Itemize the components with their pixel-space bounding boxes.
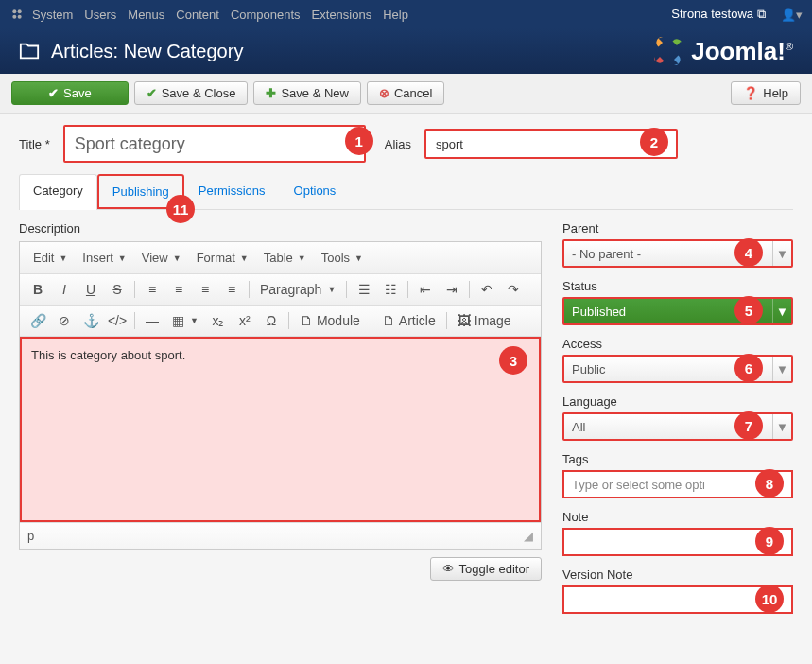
outdent-button[interactable]: ⇤ <box>413 278 438 301</box>
description-label: Description <box>19 221 542 236</box>
title-row: Title * 1 Alias 2 <box>19 125 793 163</box>
insert-article-button[interactable]: 🗋 Article <box>376 309 441 332</box>
menu-help[interactable]: Help <box>383 8 408 22</box>
editor-statusbar: p ◢ <box>20 522 541 549</box>
editor-toolbar-2: 🔗 ⊘ ⚓ </> — ▦▼ x₂ x² Ω 🗋 Module 🗋 Articl… <box>20 306 541 337</box>
table-button[interactable]: ▦▼ <box>166 309 204 332</box>
element-path: p <box>27 529 34 543</box>
external-link-icon: ⧉ <box>757 7 766 21</box>
toolbar: ✔Save ✔Save & Close ✚Save & New ⊗Cancel … <box>0 74 812 114</box>
page-title: Articles: New Category <box>51 41 243 62</box>
insert-module-button[interactable]: 🗋 Module <box>294 309 366 332</box>
editor-menu-tools[interactable]: Tools▼ <box>316 248 369 268</box>
check-icon: ✔ <box>48 86 59 100</box>
tab-options[interactable]: Options <box>280 174 351 209</box>
bold-button[interactable]: B <box>26 278 50 301</box>
editor-menu-edit[interactable]: Edit▼ <box>27 248 73 268</box>
redo-button[interactable]: ↷ <box>501 278 526 301</box>
strike-button[interactable]: S <box>105 278 130 301</box>
chevron-down-icon: ▼ <box>354 253 363 263</box>
align-right-button[interactable]: ≡ <box>193 278 217 301</box>
status-label: Status <box>562 279 793 293</box>
svg-point-2 <box>12 15 16 19</box>
help-icon: ❓ <box>743 86 758 100</box>
chevron-down-icon: ▼ <box>173 253 181 263</box>
version-note-label: Version Note <box>562 568 793 582</box>
number-list-button[interactable]: ☷ <box>378 278 403 301</box>
align-center-button[interactable]: ≡ <box>166 278 191 301</box>
title-label: Title * <box>19 137 50 151</box>
annotation-10: 10 <box>755 585 784 613</box>
language-label: Language <box>562 394 793 409</box>
underline-button[interactable]: U <box>78 278 103 301</box>
link-button[interactable]: 🔗 <box>26 309 50 332</box>
chevron-down-icon: ▼ <box>772 414 791 439</box>
folder-icon <box>19 41 40 61</box>
check-icon: ✔ <box>147 86 157 100</box>
editor-content[interactable]: This is category about sport. 3 <box>20 337 541 522</box>
code-button[interactable]: </> <box>105 309 130 332</box>
cancel-button[interactable]: ⊗Cancel <box>367 81 444 105</box>
editor-menubar: Edit▼ Insert▼ View▼ Format▼ Table▼ Tools… <box>20 242 541 274</box>
chevron-down-icon: ▼ <box>59 253 67 263</box>
unlink-button[interactable]: ⊘ <box>52 309 77 332</box>
user-menu-icon[interactable]: 👤▾ <box>781 8 803 22</box>
cancel-icon: ⊗ <box>379 86 389 100</box>
annotation-9: 9 <box>755 527 784 555</box>
undo-button[interactable]: ↶ <box>475 278 499 301</box>
editor-menu-format[interactable]: Format▼ <box>191 248 254 268</box>
tab-category[interactable]: Category <box>19 174 97 210</box>
special-char-button[interactable]: Ω <box>259 309 284 332</box>
chevron-down-icon: ▼ <box>327 285 336 294</box>
italic-button[interactable]: I <box>52 278 77 301</box>
save-button[interactable]: ✔Save <box>11 81 129 105</box>
tags-label: Tags <box>562 452 793 466</box>
parent-label: Parent <box>562 221 793 236</box>
chevron-down-icon: ▼ <box>190 316 199 325</box>
menu-components[interactable]: Components <box>231 8 301 22</box>
save-new-button[interactable]: ✚Save & New <box>253 81 361 105</box>
right-column: Parent - No parent -▼ 4 Status Published… <box>562 221 793 625</box>
menu-system[interactable]: System <box>32 8 73 22</box>
align-left-button[interactable]: ≡ <box>140 278 164 301</box>
editor-menu-table[interactable]: Table▼ <box>258 248 312 268</box>
hr-button[interactable]: — <box>140 309 164 332</box>
editor-menu-insert[interactable]: Insert▼ <box>77 248 131 268</box>
menu-content[interactable]: Content <box>176 8 219 22</box>
superscript-button[interactable]: x² <box>233 309 257 332</box>
annotation-8: 8 <box>755 469 784 498</box>
help-button[interactable]: ❓Help <box>731 81 801 105</box>
save-close-button[interactable]: ✔Save & Close <box>134 81 249 105</box>
title-input[interactable] <box>63 125 366 163</box>
menu-users[interactable]: Users <box>84 8 116 22</box>
annotation-11: 11 <box>166 195 195 223</box>
chevron-down-icon: ▼ <box>118 253 127 263</box>
toggle-editor-button[interactable]: 👁Toggle editor <box>430 557 542 581</box>
annotation-7: 7 <box>734 411 763 440</box>
chevron-down-icon: ▼ <box>772 299 791 323</box>
annotation-3: 3 <box>499 346 527 375</box>
eye-icon: 👁 <box>442 562 455 576</box>
insert-image-button[interactable]: 🖼 Image <box>452 309 517 332</box>
tab-permissions[interactable]: Permissions <box>184 174 280 209</box>
anchor-button[interactable]: ⚓ <box>78 309 103 332</box>
content-area: Title * 1 Alias 2 Category Publishing Pe… <box>0 114 812 637</box>
left-column: Description Edit▼ Insert▼ View▼ Format▼ … <box>19 221 542 625</box>
paragraph-dropdown[interactable]: Paragraph▼ <box>254 278 341 301</box>
chevron-down-icon: ▼ <box>772 357 791 381</box>
annotation-1: 1 <box>345 127 373 155</box>
indent-button[interactable]: ⇥ <box>440 278 464 301</box>
align-justify-button[interactable]: ≡ <box>219 278 244 301</box>
editor-menu-view[interactable]: View▼ <box>136 248 187 268</box>
menu-extensions[interactable]: Extensions <box>312 8 372 22</box>
subscript-button[interactable]: x₂ <box>206 309 231 332</box>
chevron-down-icon: ▼ <box>298 253 306 263</box>
annotation-6: 6 <box>734 354 763 382</box>
tabs: Category Publishing Permissions Options … <box>19 174 793 210</box>
note-label: Note <box>562 510 793 524</box>
site-link[interactable]: Strona testowa⧉ <box>671 7 766 22</box>
svg-point-1 <box>18 9 22 13</box>
resize-handle-icon[interactable]: ◢ <box>524 529 533 543</box>
menu-menus[interactable]: Menus <box>128 8 164 22</box>
bullet-list-button[interactable]: ☰ <box>352 278 376 301</box>
